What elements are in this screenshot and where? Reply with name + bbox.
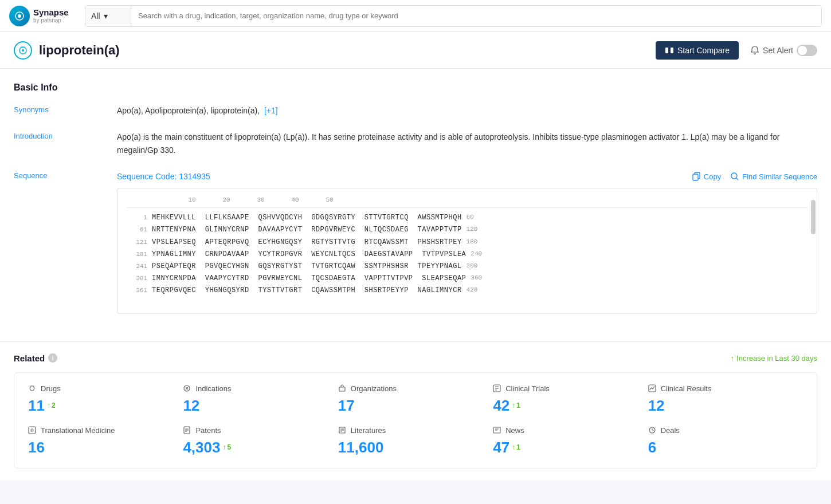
chevron-down-icon: ▾ bbox=[104, 11, 108, 21]
related-header: Related i ↑ Increase in Last 30 days bbox=[14, 353, 817, 363]
related-card-clinical-results[interactable]: Clinical Results 12 bbox=[648, 384, 803, 415]
card-label: Patents bbox=[183, 426, 338, 435]
card-value: 6 bbox=[648, 439, 803, 456]
card-value: 17 bbox=[338, 397, 493, 415]
seq-line-text: MEHKEVVLLL LLFLKSAAPE QSHVVQDCYH GDGQSYR… bbox=[152, 212, 462, 223]
org-icon bbox=[338, 384, 347, 393]
svg-point-8 bbox=[731, 173, 737, 179]
alert-toggle[interactable] bbox=[797, 45, 817, 56]
related-row-2: Translational Medicine 16 Patents 4,303 … bbox=[28, 426, 803, 456]
seq-line-text: PSEQAPTEQR PGVQECYHGN GQSYRGTYST TVTGRTC… bbox=[152, 261, 462, 272]
basic-info-heading: Basic Info bbox=[14, 82, 817, 93]
svg-rect-7 bbox=[693, 174, 698, 180]
synonyms-more[interactable]: [+1] bbox=[264, 106, 278, 115]
search-bar: All ▾ bbox=[85, 5, 822, 27]
seq-line-end: 120 bbox=[467, 225, 478, 235]
sequence-section: Sequence Code: 1314935 Copy Find Similar… bbox=[117, 170, 817, 313]
main-content: Basic Info Synonyms Apo(a), Apolipoprote… bbox=[0, 69, 831, 341]
related-card-drugs[interactable]: Drugs 11 ↑2 bbox=[28, 384, 183, 415]
seq-line-end: 60 bbox=[467, 212, 474, 223]
card-increase: ↑1 bbox=[512, 401, 520, 410]
sequence-line: 1 MEHKEVVLLL LLFLKSAAPE QSHVVQDCYH GDGQS… bbox=[127, 212, 808, 223]
target-icon bbox=[14, 41, 32, 60]
sequence-line: 121 VPSLEAPSEQ APTEQRPGVQ ECYHGNGQSY RGT… bbox=[127, 237, 808, 248]
synonyms-value: Apo(a), Apolipoprotein(a), lipoprotein(a… bbox=[117, 104, 817, 117]
related-card-organizations[interactable]: Organizations 17 bbox=[338, 384, 493, 415]
card-label: Clinical Trials bbox=[493, 384, 648, 393]
card-value: 42 ↑1 bbox=[493, 397, 648, 415]
logo-text: Synapse by patsnap bbox=[33, 8, 69, 24]
card-value: 47 ↑1 bbox=[493, 439, 648, 456]
search-input[interactable] bbox=[131, 6, 821, 26]
copy-label: Copy bbox=[704, 172, 721, 181]
card-label: Clinical Results bbox=[648, 384, 803, 393]
news-icon bbox=[493, 426, 502, 435]
seq-line-number: 241 bbox=[127, 261, 147, 272]
scrollbar-thumb[interactable] bbox=[811, 200, 816, 234]
compare-label: Start Compare bbox=[677, 46, 730, 55]
increase-label: ↑ Increase in Last 30 days bbox=[731, 354, 817, 363]
seq-line-number: 301 bbox=[127, 273, 147, 284]
related-card-news[interactable]: News 47 ↑1 bbox=[493, 426, 648, 456]
card-label: Indications bbox=[183, 384, 338, 393]
sequence-line: 301 IMNYCRNPDA VAAPYCYTRD PGVRWEYCNL TQC… bbox=[127, 273, 808, 284]
synonyms-row: Synonyms Apo(a), Apolipoprotein(a), lipo… bbox=[14, 104, 817, 117]
set-alert-button[interactable]: Set Alert bbox=[750, 45, 817, 56]
synonyms-label: Synonyms bbox=[14, 104, 117, 117]
sequence-row: Sequence Sequence Code: 1314935 Copy Fin… bbox=[14, 170, 817, 313]
indication-icon bbox=[183, 384, 192, 393]
patent-icon bbox=[183, 426, 192, 435]
related-card-indications[interactable]: Indications 12 bbox=[183, 384, 338, 415]
seq-line-text: TEQRPGVQEC YHGNGQSYRD TYSTTVTGRT CQAWSSM… bbox=[152, 285, 462, 296]
sequence-line: 361 TEQRPGVQEC YHGNGQSYRD TYSTTVTGRT CQA… bbox=[127, 285, 808, 296]
search-type-select[interactable]: All ▾ bbox=[85, 6, 131, 26]
related-card-translational-medicine[interactable]: Translational Medicine 16 bbox=[28, 426, 183, 456]
start-compare-button[interactable]: Start Compare bbox=[656, 41, 739, 60]
drug-icon bbox=[28, 384, 37, 393]
seq-line-text: YPNAGLIMNY CRNPDAVAAP YCYTRDPGVR WEYCNLT… bbox=[152, 249, 466, 260]
seq-line-number: 361 bbox=[127, 285, 147, 296]
logo-sub: by patsnap bbox=[33, 17, 69, 23]
copy-button[interactable]: Copy bbox=[692, 172, 721, 181]
introduction-value: Apo(a) is the main constituent of lipopr… bbox=[117, 131, 817, 156]
logo-icon bbox=[9, 6, 30, 26]
related-card-patents[interactable]: Patents 4,303 ↑5 bbox=[183, 426, 338, 456]
page-title: lipoprotein(a) bbox=[39, 43, 656, 58]
sequence-code[interactable]: Sequence Code: 1314935 bbox=[117, 170, 210, 183]
related-title: Related i bbox=[14, 353, 57, 363]
sequence-actions: Copy Find Similar Sequence bbox=[692, 172, 817, 181]
svg-point-3 bbox=[22, 49, 24, 52]
sequence-line: 181 YPNAGLIMNY CRNPDAVAAP YCYTRDPGVR WEY… bbox=[127, 249, 808, 260]
related-card-deals[interactable]: Deals 6 bbox=[648, 426, 803, 456]
seq-line-text: NRTTENYPNA GLIMNYCRNP DAVAAPYCYT RDPGVRW… bbox=[152, 225, 462, 235]
seq-line-end: 300 bbox=[467, 261, 478, 271]
card-value: 12 bbox=[648, 397, 803, 415]
svg-rect-4 bbox=[665, 48, 668, 53]
sequence-line: 61 NRTTENYPNA GLIMNYCRNP DAVAAPYCYT RDPG… bbox=[127, 225, 808, 235]
svg-rect-5 bbox=[671, 48, 673, 53]
find-similar-button[interactable]: Find Similar Sequence bbox=[730, 172, 817, 181]
sequence-container[interactable]: 10 20 30 40 50 1 MEHKEVVLLL LLFLKSAAPE Q… bbox=[117, 188, 817, 314]
seq-line-text: VPSLEAPSEQ APTEQRPGVQ ECYHGNGQSY RGTYSTT… bbox=[152, 237, 462, 248]
card-value: 11,600 bbox=[338, 439, 493, 456]
svg-rect-13 bbox=[29, 427, 36, 434]
card-label: Organizations bbox=[338, 384, 493, 393]
related-cards: Drugs 11 ↑2 Indications 12 Organizations… bbox=[14, 372, 817, 468]
sequence-line: 241 PSEQAPTEQR PGVQECYHGN GQSYRGTYST TVT… bbox=[127, 261, 808, 272]
introduction-label: Introduction bbox=[14, 131, 117, 156]
sequence-header: Sequence Code: 1314935 Copy Find Similar… bbox=[117, 170, 817, 183]
logo-brand: Synapse bbox=[33, 8, 69, 18]
related-info-icon[interactable]: i bbox=[48, 353, 57, 363]
related-card-literatures[interactable]: Literatures 11,600 bbox=[338, 426, 493, 456]
seq-line-end: 180 bbox=[467, 237, 478, 247]
sequence-ruler: 10 20 30 40 50 bbox=[127, 195, 808, 208]
sequence-lines: 1 MEHKEVVLLL LLFLKSAAPE QSHVVQDCYH GDGQS… bbox=[127, 212, 808, 296]
synonyms-text: Apo(a), Apolipoprotein(a), lipoprotein(a… bbox=[117, 106, 260, 115]
related-card-clinical-trials[interactable]: Clinical Trials 42 ↑1 bbox=[493, 384, 648, 415]
related-section: Related i ↑ Increase in Last 30 days Dru… bbox=[0, 341, 831, 480]
card-label: Literatures bbox=[338, 426, 493, 435]
card-increase: ↑1 bbox=[512, 443, 520, 451]
sequence-label: Sequence bbox=[14, 170, 117, 313]
seq-line-number: 1 bbox=[127, 212, 147, 223]
seq-line-number: 181 bbox=[127, 249, 147, 260]
